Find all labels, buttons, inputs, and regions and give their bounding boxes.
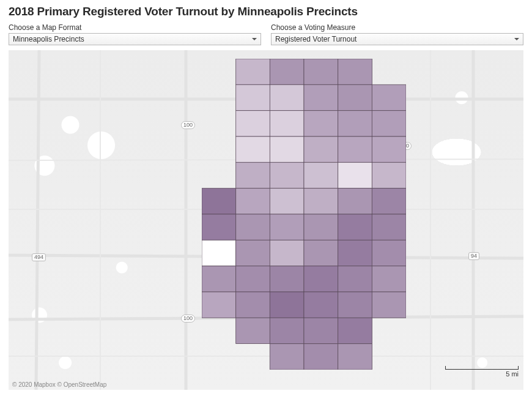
controls-row: Choose a Map Format Minneapolis Precinct… [0, 22, 532, 50]
precinct-cell[interactable] [236, 59, 270, 84]
precinct-cell[interactable] [372, 188, 406, 214]
precinct-cell[interactable] [304, 318, 338, 343]
precinct-cell[interactable] [372, 84, 406, 110]
road-shield-100a: 100 [181, 121, 195, 129]
precinct-cell[interactable] [304, 84, 338, 110]
precinct-cell[interactable] [338, 240, 372, 266]
map-format-label: Choose a Map Format [9, 23, 261, 32]
precinct-cell[interactable] [236, 162, 270, 188]
precinct-cell[interactable] [304, 240, 338, 266]
precinct-cell[interactable] [202, 266, 236, 292]
precinct-cell[interactable] [304, 59, 338, 84]
precinct-cell[interactable] [338, 292, 372, 318]
road-shield-100b: 100 [181, 315, 195, 323]
precinct-cell[interactable] [304, 111, 338, 136]
precinct-cell[interactable] [372, 292, 406, 318]
road-shield-i494: 494 [32, 253, 46, 261]
precinct-cell[interactable] [304, 292, 338, 318]
precinct-cell[interactable] [338, 162, 372, 188]
road-shield-i94: 94 [468, 252, 479, 260]
precinct-cell[interactable] [338, 136, 372, 162]
precinct-cell[interactable] [304, 344, 338, 370]
precinct-cell[interactable] [372, 136, 406, 162]
precinct-cell[interactable] [304, 266, 338, 292]
precinct-cell[interactable] [338, 318, 372, 343]
precinct-cell[interactable] [270, 344, 304, 370]
page-title: 2018 Primary Registered Voter Turnout by… [9, 5, 523, 18]
map-format-group: Choose a Map Format Minneapolis Precinct… [9, 23, 261, 45]
map-viewport[interactable]: 100 100 494 94 280 5 mi © 2020 Mapbox © … [9, 50, 523, 390]
chevron-down-icon [514, 38, 519, 40]
precinct-cell[interactable] [304, 188, 338, 214]
precinct-cell[interactable] [270, 111, 304, 136]
precinct-cell[interactable] [338, 266, 372, 292]
scale-bar-label: 5 mi [506, 370, 519, 378]
precinct-cell[interactable] [236, 266, 270, 292]
precinct-cell[interactable] [202, 240, 236, 266]
precinct-cell[interactable] [270, 84, 304, 110]
precinct-cell[interactable] [338, 84, 372, 110]
precinct-cell[interactable] [270, 318, 304, 343]
precinct-cell[interactable] [202, 214, 236, 240]
precinct-cell[interactable] [270, 162, 304, 188]
precinct-cell[interactable] [236, 136, 270, 162]
precinct-cell[interactable] [372, 162, 406, 188]
map-attribution: © 2020 Mapbox © OpenStreetMap [12, 381, 106, 388]
voting-measure-group: Choose a Voting Measure Registered Voter… [271, 23, 523, 45]
map-format-dropdown[interactable]: Minneapolis Precincts [9, 33, 261, 45]
precinct-cell[interactable] [270, 292, 304, 318]
precinct-cell[interactable] [270, 188, 304, 214]
precinct-cell[interactable] [270, 214, 304, 240]
chevron-down-icon [252, 38, 257, 40]
precinct-cell[interactable] [236, 318, 270, 343]
precinct-cell[interactable] [372, 266, 406, 292]
precinct-cell[interactable] [338, 214, 372, 240]
voting-measure-dropdown[interactable]: Registered Voter Turnout [271, 33, 523, 45]
precinct-cell[interactable] [236, 84, 270, 110]
precinct-cell[interactable] [270, 266, 304, 292]
precinct-cell[interactable] [236, 111, 270, 136]
precinct-cell[interactable] [372, 214, 406, 240]
scale-bar: 5 mi [445, 366, 519, 378]
precinct-cell[interactable] [236, 188, 270, 214]
precinct-cell[interactable] [202, 188, 236, 214]
header: 2018 Primary Registered Voter Turnout by… [0, 0, 532, 22]
map-format-value: Minneapolis Precincts [13, 35, 84, 43]
precinct-cell[interactable] [236, 214, 270, 240]
precinct-cell[interactable] [270, 136, 304, 162]
voting-measure-label: Choose a Voting Measure [271, 23, 523, 32]
precinct-cell[interactable] [304, 214, 338, 240]
precinct-cell[interactable] [270, 59, 304, 84]
precinct-cell[interactable] [372, 111, 406, 136]
choropleth-layer [202, 59, 406, 370]
precinct-cell[interactable] [338, 111, 372, 136]
precinct-cell[interactable] [372, 240, 406, 266]
voting-measure-value: Registered Voter Turnout [275, 35, 357, 43]
precinct-cell[interactable] [270, 240, 304, 266]
precinct-cell[interactable] [202, 292, 236, 318]
precinct-cell[interactable] [338, 188, 372, 214]
precinct-cell[interactable] [338, 344, 372, 370]
precinct-cell[interactable] [338, 59, 372, 84]
precinct-cell[interactable] [236, 240, 270, 266]
scale-bar-line [445, 366, 519, 370]
precinct-cell[interactable] [304, 162, 338, 188]
precinct-cell[interactable] [236, 292, 270, 318]
precinct-cell[interactable] [304, 136, 338, 162]
